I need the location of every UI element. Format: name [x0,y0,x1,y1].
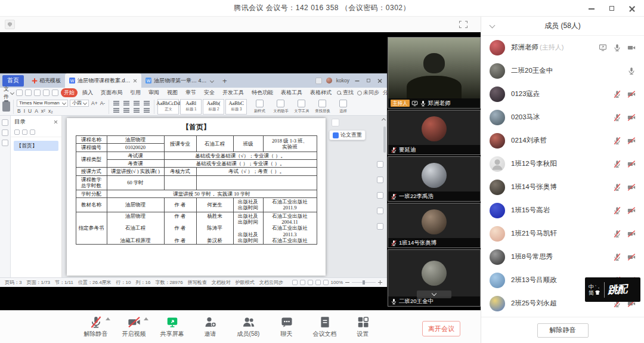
font-size-step-button[interactable]: A+ [91,100,98,106]
style-preset[interactable]: AaBbC 标题 3 [225,99,247,115]
doc-scrollbar[interactable] [375,116,387,277]
mic-status-icon[interactable] [627,67,636,75]
format-button[interactable]: x² [41,108,46,114]
member-row[interactable]: 0123寇垚 [481,82,644,106]
menu-tab[interactable]: 审阅 [145,88,162,97]
video-tile[interactable]: 1班14号张奥博 [388,203,481,248]
toolbar-button[interactable]: 邀请 [193,316,227,338]
expand-all-icon[interactable] [14,129,20,135]
minimize-icon[interactable] [588,5,595,12]
collapse-all-icon[interactable] [22,129,27,135]
tab-close-icon[interactable] [133,79,137,83]
web-view-icon[interactable] [323,280,329,285]
menu-tab[interactable]: 引用 [127,88,144,97]
mic-status-icon[interactable] [613,90,621,98]
menu-tab[interactable]: 特色功能 [249,88,276,97]
paste-icon[interactable] [2,101,10,112]
wps-doc-tab-2[interactable]: W 油层物理第一章… 4、5、7节 [141,73,218,88]
comment-pane-icon[interactable] [2,140,8,146]
menu-tab[interactable]: 开始 [61,88,78,97]
wps-doc-tab-active[interactable]: W 油层物理课程教案.docx [65,73,141,88]
maximize-icon[interactable] [608,5,615,12]
toolbar-button[interactable]: 设置 [346,316,380,338]
pen-tool-icon[interactable] [377,161,383,168]
status-item[interactable]: 拼写检查 [188,279,207,286]
close-nav-pane-icon[interactable] [54,120,58,124]
mic-status-icon[interactable] [613,160,621,168]
video-tile[interactable]: 主持人 郑洲老师 [388,37,481,109]
wps-close-icon[interactable] [377,78,382,83]
camera-status-icon[interactable] [627,113,636,122]
numbered-list-icon[interactable] [123,101,129,102]
ribbon-tool-button[interactable]: 文档助手 [271,100,290,114]
video-tile[interactable]: 二班20王金中 [388,249,481,307]
status-item[interactable]: 行：10 [116,279,131,286]
camera-status-icon[interactable] [627,253,636,261]
toc-tool-icon[interactable] [377,223,383,230]
wps-maximize-icon[interactable] [366,78,371,83]
save-icon[interactable] [16,89,23,96]
status-item[interactable]: 文档云同步 [259,279,283,286]
format-button[interactable]: I [23,108,26,114]
font-size-select[interactable]: 小四 [70,100,89,107]
status-item[interactable]: 护眼模式 [236,279,255,286]
member-row[interactable]: 二班20王金中 [481,59,644,82]
close-icon[interactable] [628,5,636,12]
align-left-icon[interactable] [113,108,119,109]
security-shield-icon[interactable] [5,20,15,29]
font-name-select[interactable]: Times New Roman [17,100,68,107]
outline-pane-icon[interactable] [2,119,8,126]
menu-tab[interactable]: 插入 [79,88,96,97]
menu-tab[interactable]: 安全 [201,88,218,97]
mic-status-icon[interactable] [613,183,621,191]
collapse-videos-button[interactable] [417,291,451,298]
member-row[interactable]: 1班21号马凯轩 [481,222,644,245]
status-item[interactable]: 页码：3 [5,279,21,286]
outdent-icon[interactable] [134,101,140,102]
menu-tab[interactable]: 页面布局 [98,88,125,97]
align-right-icon[interactable] [134,108,140,109]
video-tile[interactable]: 要延迪 [388,110,481,155]
menu-tab[interactable]: 章节 [182,88,199,97]
collapse-panel-icon[interactable] [490,23,496,29]
outline-view-icon[interactable] [315,280,321,285]
member-row[interactable]: 0214刘承哲 [481,129,644,152]
menu-tab[interactable]: 开发工具 [219,88,247,97]
format-button[interactable]: B [17,108,21,114]
undo-icon[interactable] [43,89,49,96]
menu-tab[interactable]: 视图 [164,88,181,97]
file-menu[interactable]: 文件 [4,85,14,101]
menu-right-item[interactable]: 未同步 [357,89,379,97]
status-item[interactable]: 页面：1/73 [26,279,50,286]
style-preset[interactable]: AaBb( 标题 2 [203,99,224,115]
document-page[interactable]: 【首页】 课程名称油层物理授课专业石油工程班级2018 级 1-3 班、 实验班… [67,118,326,276]
menu-right-item[interactable]: 查找 [337,89,354,97]
menu-tab[interactable]: 表格工具 [278,88,305,97]
camera-status-icon[interactable] [627,183,636,191]
toolbar-button[interactable]: 会议文档 [308,316,342,338]
wps-user-avatar[interactable] [326,78,332,84]
ribbon-tool-button[interactable]: 文字工具 [292,100,311,114]
paper-check-button[interactable]: 论文查重 [329,130,366,140]
bookmark-pane-icon[interactable] [2,129,8,136]
toolbar-button[interactable]: 解除静音 [79,316,113,338]
mic-status-icon[interactable] [613,253,621,261]
highlighter-tool-icon[interactable] [377,177,383,183]
expand-options-icon[interactable] [106,317,110,320]
member-row[interactable]: 1班8号常思秀 [481,245,644,268]
camera-status-icon[interactable] [627,90,636,98]
indent-icon[interactable] [144,101,150,102]
mic-status-icon[interactable] [613,206,621,215]
leave-meeting-button[interactable]: 离开会议 [422,321,460,336]
unmute-all-button[interactable]: 解除静音 [537,323,589,338]
preview-icon[interactable] [34,89,41,96]
full-screen-view-icon[interactable] [292,280,298,285]
refresh-outline-icon[interactable] [30,129,35,135]
comment-tool-icon[interactable] [377,192,383,199]
align-center-icon[interactable] [123,108,129,109]
format-button[interactable]: U [27,108,32,114]
line-spacing-icon[interactable] [144,108,150,109]
member-row[interactable]: 1班12号李秋阳 [481,152,644,175]
ribbon-tool-button[interactable]: 查找替换 [312,100,332,114]
style-preset[interactable]: AaBbCcDd 正文 [157,99,179,115]
